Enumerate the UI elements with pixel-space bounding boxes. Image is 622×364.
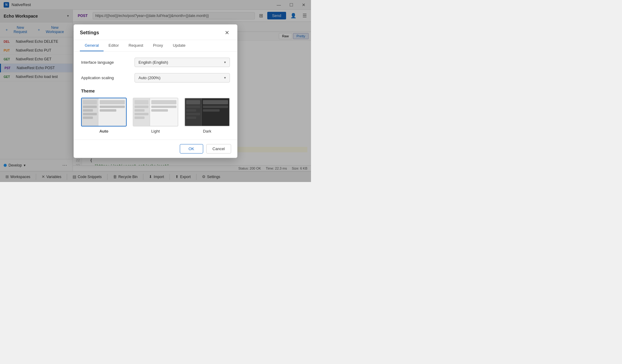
- modal-footer: OK Cancel: [74, 140, 237, 158]
- modal-title: Settings: [80, 30, 99, 35]
- preview-line: [186, 106, 200, 108]
- scaling-label: Application scaling: [81, 76, 130, 80]
- chevron-down-icon-lang: ▾: [224, 60, 226, 64]
- theme-section-label: Theme: [81, 89, 230, 93]
- cancel-button[interactable]: Cancel: [206, 144, 231, 153]
- theme-light-option[interactable]: Light: [133, 98, 178, 133]
- scaling-value: Auto (200%): [138, 76, 160, 80]
- preview-line: [151, 109, 168, 112]
- language-label: Interface language: [81, 60, 130, 65]
- preview-line: [135, 106, 149, 108]
- theme-auto-label: Auto: [99, 129, 108, 133]
- preview-line: [186, 113, 200, 115]
- theme-dark-preview: [184, 98, 230, 126]
- preview-line: [203, 109, 219, 112]
- language-select[interactable]: English (English) ▾: [135, 58, 230, 67]
- preview-line: [135, 116, 145, 119]
- scaling-row: Application scaling Auto (200%) ▾: [81, 73, 230, 83]
- preview-sidebar: [185, 98, 202, 126]
- settings-tab-request[interactable]: Request: [124, 40, 148, 51]
- preview-line: [135, 109, 145, 112]
- preview-main: [98, 98, 126, 126]
- preview-line: [83, 113, 97, 115]
- modal-close-button[interactable]: ✕: [223, 29, 231, 37]
- theme-auto-preview: [81, 98, 127, 126]
- settings-tab-proxy[interactable]: Proxy: [148, 40, 168, 51]
- preview-main: [202, 98, 229, 126]
- preview-line: [186, 116, 196, 119]
- chevron-down-icon-scale: ▾: [224, 76, 226, 80]
- theme-dark-label: Dark: [203, 129, 211, 133]
- preview-sidebar: [133, 98, 150, 126]
- theme-dark-option[interactable]: Dark: [184, 98, 230, 133]
- settings-modal: Settings ✕ GeneralEditorRequestProxyUpda…: [73, 24, 238, 158]
- modal-body: Interface language English (English) ▾ A…: [74, 52, 237, 140]
- preview-line: [135, 113, 149, 115]
- preview-line: [186, 109, 196, 112]
- scaling-select[interactable]: Auto (200%) ▾: [135, 73, 230, 83]
- preview-bar: [100, 100, 125, 104]
- theme-section: Theme: [81, 89, 230, 133]
- theme-auto-option[interactable]: Auto: [81, 98, 127, 133]
- preview-bar: [135, 100, 149, 104]
- theme-options: Auto: [81, 98, 230, 133]
- preview-line: [83, 109, 93, 112]
- preview-line: [100, 109, 116, 112]
- modal-tabs: GeneralEditorRequestProxyUpdate: [74, 40, 237, 52]
- language-row: Interface language English (English) ▾: [81, 58, 230, 67]
- preview-line: [83, 116, 93, 119]
- preview-sidebar: [82, 98, 98, 126]
- theme-light-label: Light: [151, 129, 160, 133]
- settings-tab-update[interactable]: Update: [168, 40, 190, 51]
- preview-main: [150, 98, 178, 126]
- settings-tab-general[interactable]: General: [80, 40, 104, 51]
- preview-bar: [186, 100, 200, 104]
- theme-light-preview: [133, 98, 178, 126]
- preview-line: [151, 106, 176, 108]
- preview-bar: [203, 100, 228, 104]
- preview-bar: [83, 100, 97, 104]
- preview-bar: [151, 100, 176, 104]
- language-value: English (English): [138, 60, 168, 65]
- preview-line: [83, 106, 97, 108]
- modal-overlay: Settings ✕ GeneralEditorRequestProxyUpda…: [0, 0, 311, 182]
- ok-button[interactable]: OK: [180, 144, 203, 153]
- modal-header: Settings ✕: [74, 25, 237, 40]
- preview-line: [203, 106, 228, 108]
- preview-line: [100, 106, 125, 108]
- settings-tab-editor[interactable]: Editor: [104, 40, 124, 51]
